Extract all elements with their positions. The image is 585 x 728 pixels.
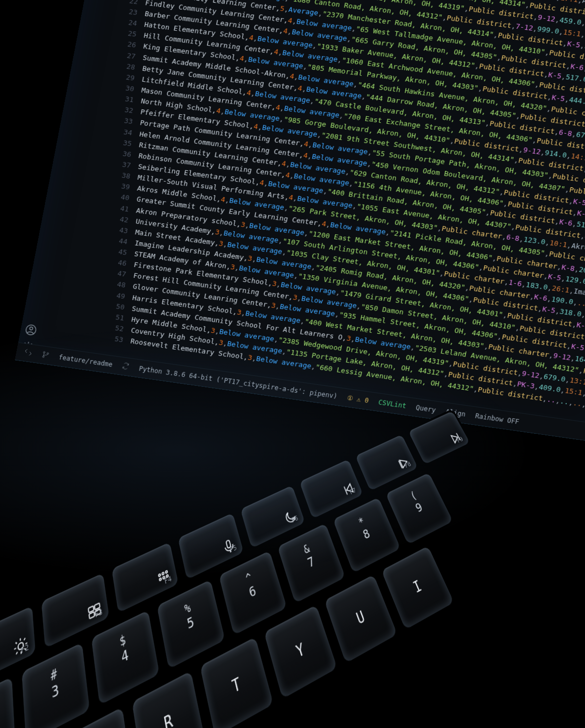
svg-point-12	[158, 573, 161, 576]
laptop-keyboard-scene: escF1F2F3F4F5F6F7F8F9~`!1@2#3$4%5^6&7*8(…	[0, 0, 585, 728]
key-Y[interactable]: Y	[264, 605, 337, 699]
key-5[interactable]: %5	[157, 579, 225, 669]
key-U[interactable]: U	[324, 574, 397, 663]
key-3[interactable]: #3	[22, 642, 90, 728]
svg-point-13	[162, 572, 164, 575]
key-4[interactable]: $4	[91, 610, 159, 705]
key-9[interactable]: (9	[386, 472, 453, 544]
key-I[interactable]: I	[381, 546, 454, 629]
key-7[interactable]: &7	[277, 523, 345, 604]
laptop-keyboard: escF1F2F3F4F5F6F7F8F9~`!1@2#3$4%5^6&7*8(…	[0, 308, 585, 728]
key-8[interactable]: *8	[333, 497, 401, 573]
key-2[interactable]: @2	[0, 677, 15, 728]
key-T[interactable]: T	[200, 637, 274, 728]
svg-point-14	[165, 571, 168, 573]
key-6[interactable]: ^6	[219, 551, 287, 635]
svg-point-15	[159, 578, 162, 581]
